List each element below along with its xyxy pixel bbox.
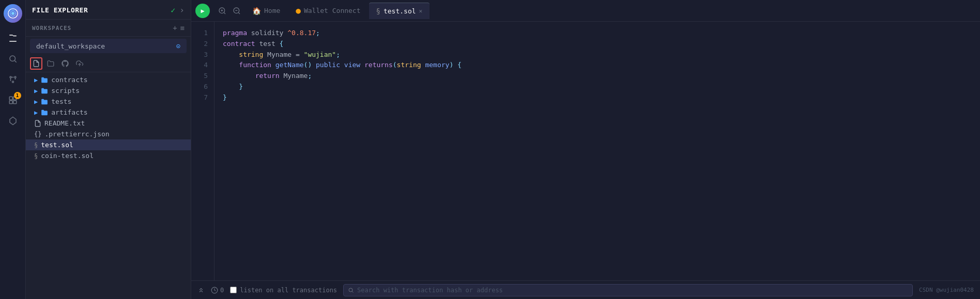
top-bar: ▶ 🏠 Home ● Wallet Connect § test.sol ✕ xyxy=(191,0,980,22)
sidebar-item-files[interactable] xyxy=(4,29,22,48)
zoom-in-btn[interactable] xyxy=(216,5,228,17)
tree-item-name: contracts xyxy=(51,76,87,84)
folder-icon: ▶ xyxy=(34,87,38,95)
editor-area: ▶ 🏠 Home ● Wallet Connect § test.sol ✕ xyxy=(191,0,980,299)
listen-label: listen on all transactions xyxy=(240,287,337,294)
workspace-menu-btn[interactable]: ≡ xyxy=(180,24,185,32)
folder-file-icon xyxy=(41,109,48,116)
folder-icon: ▶ xyxy=(34,76,38,84)
tab-home-label: Home xyxy=(264,7,280,14)
new-file-btn[interactable] xyxy=(30,57,42,70)
svg-rect-8 xyxy=(9,101,12,104)
tree-item-name: artifacts xyxy=(51,108,87,116)
listen-transactions: listen on all transactions xyxy=(230,287,337,294)
list-item[interactable]: ▶ scripts xyxy=(26,85,191,96)
sol-tab-icon: § xyxy=(376,7,380,15)
sidebar-item-ethereum[interactable] xyxy=(4,112,22,130)
explorer-header: FILE EXPLORER ✓ › xyxy=(26,0,191,20)
sidebar-item-git[interactable] xyxy=(4,70,22,89)
svg-rect-6 xyxy=(9,97,12,100)
svg-rect-9 xyxy=(13,101,16,104)
workspaces-label: WORKSPACES xyxy=(32,25,71,32)
tree-item-name: coin-test.sol xyxy=(41,152,94,160)
folder-file-icon xyxy=(41,76,48,84)
list-item[interactable]: ▶ tests xyxy=(26,96,191,107)
file-sol-icon: § xyxy=(34,141,38,149)
folder-icon: ▶ xyxy=(34,98,38,105)
svg-line-13 xyxy=(224,12,225,14)
watermark: CSDN @wujian0428 xyxy=(919,287,974,293)
wallet-tab-icon: ● xyxy=(296,6,301,15)
explorer-title: FILE EXPLORER xyxy=(32,6,88,14)
remix-logo xyxy=(4,4,22,23)
add-workspace-btn[interactable]: + xyxy=(173,24,177,32)
svg-point-20 xyxy=(349,288,353,292)
tab-wallet-label: Wallet Connect xyxy=(304,7,361,14)
code-editor: 1 2 3 4 5 6 7 pragma solidity ^0.8.17; c… xyxy=(191,22,980,280)
list-item[interactable]: ▶ contracts xyxy=(26,74,191,85)
tab-wallet-connect[interactable]: ● Wallet Connect xyxy=(288,3,368,19)
tab-close-btn[interactable]: ✕ xyxy=(419,8,423,14)
file-sol-icon: § xyxy=(34,152,38,160)
svg-point-3 xyxy=(10,76,11,78)
scroll-to-bottom-btn[interactable] xyxy=(197,287,205,294)
folder-file-icon xyxy=(41,98,48,105)
zoom-out-btn[interactable] xyxy=(231,5,243,17)
tree-item-name: .prettierrc.json xyxy=(44,130,109,138)
list-item[interactable]: ▶ artifacts xyxy=(26,107,191,118)
list-item[interactable]: § coin-test.sol xyxy=(26,150,191,161)
svg-point-5 xyxy=(12,81,13,83)
line-numbers: 1 2 3 4 5 6 7 xyxy=(191,22,215,280)
sidebar-icons-panel: 1 xyxy=(0,0,26,299)
workspace-item[interactable]: default_workspace ⊙ xyxy=(30,39,187,53)
file-json-icon: {} xyxy=(34,131,41,138)
tree-item-name: test.sol xyxy=(41,141,73,149)
file-tree: ▶ contracts ▶ scripts ▶ tests ▶ artifact… xyxy=(26,72,191,299)
clock-btn[interactable]: 0 xyxy=(211,287,224,294)
plugin-badge: 1 xyxy=(14,92,21,99)
svg-point-2 xyxy=(10,56,16,61)
arrow-icon[interactable]: › xyxy=(179,5,185,15)
svg-point-4 xyxy=(14,76,16,78)
tx-count: 0 xyxy=(220,287,224,294)
workspace-arrow-icon: ⊙ xyxy=(176,42,180,50)
search-icon xyxy=(348,287,354,293)
file-toolbar xyxy=(26,55,191,72)
workspaces-row: WORKSPACES + ≡ xyxy=(26,20,191,37)
tree-item-name: tests xyxy=(51,98,71,105)
explorer-header-actions: ✓ › xyxy=(171,5,185,15)
bottom-bar: 0 listen on all transactions Search with… xyxy=(191,280,980,299)
list-item[interactable]: § test.sol xyxy=(26,139,191,150)
upload-btn[interactable] xyxy=(73,57,86,70)
tab-home[interactable]: 🏠 Home xyxy=(245,3,287,19)
tree-item-name: scripts xyxy=(51,87,80,95)
transaction-search-bar[interactable]: Search with transaction hash or address xyxy=(343,284,913,296)
code-content[interactable]: pragma solidity ^0.8.17; contract test {… xyxy=(215,22,980,280)
file-explorer-panel: FILE EXPLORER ✓ › WORKSPACES + ≡ default… xyxy=(26,0,191,299)
search-placeholder: Search with transaction hash or address xyxy=(357,287,503,294)
folder-icon: ▶ xyxy=(34,109,38,116)
sidebar-item-search[interactable] xyxy=(4,50,22,68)
tree-item-name: README.txt xyxy=(44,119,85,127)
listen-checkbox[interactable] xyxy=(230,287,237,293)
list-item[interactable]: {} .prettierrc.json xyxy=(26,129,191,139)
home-tab-icon: 🏠 xyxy=(252,7,261,15)
svg-point-1 xyxy=(11,12,14,15)
svg-marker-10 xyxy=(10,117,16,125)
tab-test-sol[interactable]: § test.sol ✕ xyxy=(369,3,430,19)
folder-file-icon xyxy=(41,87,48,95)
check-icon[interactable]: ✓ xyxy=(171,6,175,15)
run-button[interactable]: ▶ xyxy=(195,4,210,18)
svg-line-17 xyxy=(238,12,240,14)
github-btn[interactable] xyxy=(59,57,71,70)
file-txt-icon xyxy=(34,120,41,127)
tab-bar: 🏠 Home ● Wallet Connect § test.sol ✕ xyxy=(245,3,976,19)
list-item[interactable]: README.txt xyxy=(26,118,191,129)
workspaces-icons: + ≡ xyxy=(173,24,185,32)
tab-test-sol-label: test.sol xyxy=(384,7,416,15)
workspace-name: default_workspace xyxy=(36,42,105,50)
sidebar-item-plugins[interactable]: 1 xyxy=(4,91,22,109)
new-folder-btn[interactable] xyxy=(44,57,57,70)
